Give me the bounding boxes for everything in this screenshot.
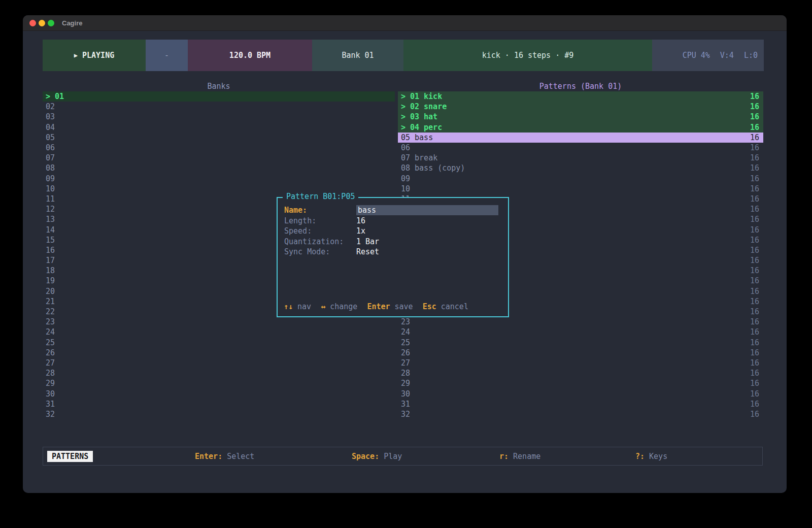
pattern-row[interactable]: 05bass16 xyxy=(398,133,763,143)
bank-row[interactable]: 27 xyxy=(43,358,395,368)
bank-row[interactable]: 05 xyxy=(43,133,395,143)
pattern-steps: 16 xyxy=(750,236,759,245)
field-label: Speed: xyxy=(284,226,356,236)
pattern-steps: 16 xyxy=(750,194,759,204)
bank-row[interactable]: 29 xyxy=(43,378,395,388)
hint-key: Enter: xyxy=(195,452,222,461)
selection-marker-icon: > xyxy=(46,92,55,101)
pattern-steps: 16 xyxy=(750,215,759,224)
selection-marker-icon: > xyxy=(401,123,410,132)
hint-action: Play xyxy=(384,452,402,461)
pattern-row[interactable]: 07break16 xyxy=(398,153,763,163)
key-hint: Entersave xyxy=(367,302,413,311)
bank-row[interactable]: 32 xyxy=(43,409,395,419)
pattern-row[interactable]: >03hat16 xyxy=(398,112,763,122)
pattern-steps: 16 xyxy=(750,246,759,255)
pattern-number: 06 xyxy=(401,143,410,152)
bpm-display[interactable]: 120.0 BPM xyxy=(188,40,312,71)
pattern-number: 28 xyxy=(401,369,410,378)
field-value[interactable]: 1x xyxy=(356,226,365,236)
hint-key: Enter xyxy=(367,302,390,311)
pattern-row[interactable]: 3016 xyxy=(398,388,763,399)
pattern-row[interactable]: 2316 xyxy=(398,317,763,327)
bank-row[interactable]: 23 xyxy=(43,317,395,327)
bank-row[interactable]: 31 xyxy=(43,399,395,409)
mode-badge: PATTERNS xyxy=(47,451,93,462)
field-value[interactable]: Reset xyxy=(356,247,379,256)
pattern-number: 23 xyxy=(401,317,410,326)
pattern-number: 31 xyxy=(401,400,410,409)
pattern-row[interactable]: 2716 xyxy=(398,358,763,368)
pattern-steps: 16 xyxy=(750,276,759,285)
metronome-indicator: - xyxy=(164,51,169,60)
bank-number: 18 xyxy=(46,266,55,275)
minimize-window-icon[interactable] xyxy=(39,20,45,26)
system-stats: CPU 4% V:4 L:0 xyxy=(652,40,764,71)
pattern-steps: 16 xyxy=(750,317,759,326)
bank-row[interactable]: 08 xyxy=(43,163,395,173)
pattern-row[interactable]: 3116 xyxy=(398,399,763,409)
pattern-row[interactable]: 2816 xyxy=(398,368,763,378)
bank-row[interactable]: >01 xyxy=(43,91,395,102)
pattern-steps: 16 xyxy=(750,287,759,296)
pattern-row[interactable]: 0616 xyxy=(398,143,763,153)
pattern-row[interactable]: 2516 xyxy=(398,338,763,348)
pattern-edit-dialog: Pattern B01:P05 Name:bassLength:16Speed:… xyxy=(277,197,509,317)
zoom-window-icon[interactable] xyxy=(48,20,54,26)
bank-row[interactable]: 30 xyxy=(43,388,395,399)
bank-display[interactable]: Bank 01 xyxy=(312,40,403,71)
bank-number: 29 xyxy=(46,379,55,388)
bank-row[interactable]: 04 xyxy=(43,122,395,133)
bank-number: 17 xyxy=(46,256,55,265)
pattern-row[interactable]: 08bass (copy)16 xyxy=(398,163,763,173)
pattern-row[interactable]: >02snare16 xyxy=(398,102,763,112)
field-label: Length: xyxy=(284,216,356,225)
metronome-segment[interactable]: - xyxy=(146,40,188,71)
bank-row[interactable]: 09 xyxy=(43,174,395,184)
bank-row[interactable]: 02 xyxy=(43,102,395,112)
bank-row[interactable]: 07 xyxy=(43,153,395,163)
pattern-steps: 16 xyxy=(750,133,759,142)
bank-row[interactable]: 03 xyxy=(43,112,395,122)
pattern-row[interactable]: >04perc16 xyxy=(398,122,763,133)
name-input[interactable]: bass xyxy=(356,205,498,215)
dialog-field: Name:bass xyxy=(284,205,501,216)
field-value[interactable]: 1 Bar xyxy=(356,237,379,246)
dialog-field: Quantization:1 Bar xyxy=(284,237,501,247)
bank-value: Bank 01 xyxy=(342,51,374,60)
pattern-number: 07 xyxy=(401,153,410,162)
pattern-steps: 16 xyxy=(750,297,759,306)
bank-number: 09 xyxy=(46,174,55,183)
pattern-steps: 16 xyxy=(750,379,759,388)
pattern-steps: 16 xyxy=(750,266,759,275)
pattern-row[interactable]: 1016 xyxy=(398,184,763,194)
hint-key: ↑↓ xyxy=(284,302,293,311)
field-value[interactable]: 16 xyxy=(356,216,365,225)
pattern-row[interactable]: 2416 xyxy=(398,327,763,337)
hint-action: cancel xyxy=(441,302,468,311)
pattern-info-display[interactable]: kick · 16 steps · #9 xyxy=(403,40,652,71)
bank-row[interactable]: 28 xyxy=(43,368,395,378)
bank-row[interactable]: 26 xyxy=(43,348,395,358)
field-label: Quantization: xyxy=(284,237,356,246)
statusbar-hint: Enter:Select xyxy=(195,447,254,465)
pattern-row[interactable]: 0916 xyxy=(398,174,763,184)
pattern-row[interactable]: 2616 xyxy=(398,348,763,358)
pattern-row[interactable]: >01kick16 xyxy=(398,91,763,102)
hint-action: save xyxy=(395,302,413,311)
transport-status[interactable]: ▶ PLAYING xyxy=(43,40,146,71)
pattern-steps: 16 xyxy=(750,358,759,368)
pattern-steps: 16 xyxy=(750,410,759,419)
pattern-number: 04 xyxy=(410,123,419,132)
field-label: Sync Mode: xyxy=(284,247,356,256)
bank-number: 24 xyxy=(46,327,55,337)
pattern-number: 25 xyxy=(401,338,410,347)
bank-row[interactable]: 24 xyxy=(43,327,395,337)
pattern-row[interactable]: 3216 xyxy=(398,409,763,419)
hint-key: ↔ xyxy=(321,302,325,311)
bank-row[interactable]: 06 xyxy=(43,143,395,153)
pattern-steps: 16 xyxy=(750,92,759,101)
close-window-icon[interactable] xyxy=(29,20,36,26)
bank-row[interactable]: 25 xyxy=(43,338,395,348)
pattern-row[interactable]: 2916 xyxy=(398,378,763,388)
